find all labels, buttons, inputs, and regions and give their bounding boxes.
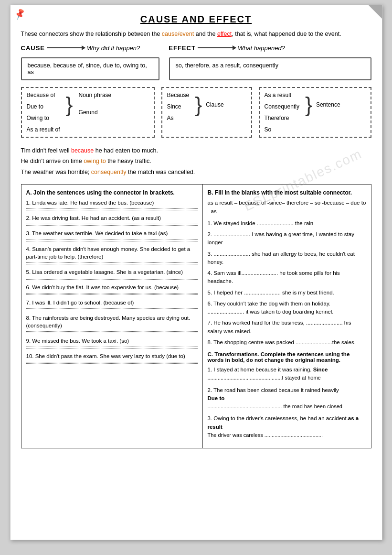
clause-label: Clause — [206, 101, 223, 108]
cause-word-1: Because of — [27, 92, 60, 98]
fill-item-7: 7. He has worked hard for the business, … — [208, 319, 366, 336]
section-a-item-3: 3. The weather was terrible. We decided … — [26, 229, 198, 241]
because-word-2: Since — [167, 103, 190, 110]
section-a-item-8: 8. The rainforests are being destroyed. … — [26, 314, 198, 333]
example-2: He didn't arrive on time owing to the he… — [21, 156, 371, 167]
section-a-item-6: 6. We didn't buy the flat. It was too ex… — [26, 283, 198, 295]
section-a-item-7: 7. I was ill. I didn't go to school. (be… — [26, 299, 198, 310]
effect-connectors-box: so, therefore, as a result, consequently — [169, 57, 371, 80]
example-3-highlight: consequently — [91, 169, 127, 175]
section-a-item-1: 1. Linda was late. He had missed the bus… — [26, 199, 198, 210]
noun-phrase-label: Noun phrase — [79, 92, 112, 98]
section-a-item-10: 10. She didn't pass the exam. She was ve… — [26, 352, 198, 364]
because-word-3: As — [167, 115, 190, 121]
intro-text3: , that is, what happened due to the even… — [232, 31, 341, 37]
fill-item-1: 1. We stayed inside ....................… — [208, 219, 366, 228]
connectors-section: because, because of, since, due to, owin… — [21, 57, 371, 80]
cause-label: CAUSE — [21, 44, 45, 52]
effect-word-1: As a result — [265, 92, 299, 98]
intro-effect: effect — [217, 31, 232, 37]
cause-word-2: Due to — [27, 103, 60, 110]
effect-word-4: So — [265, 126, 299, 133]
transform-item-3: 3. Owing to the driver's carelessness, h… — [208, 414, 366, 439]
cause-brace: } — [66, 94, 73, 115]
cause-word-3: Owing to — [27, 115, 60, 121]
corner-fold — [369, 5, 382, 19]
transform-dots-1: ........................................… — [208, 375, 321, 381]
effect-word-3: Therefore — [265, 115, 299, 121]
effect-arrow — [198, 47, 236, 48]
section-a-item-9: 9. We missed the bus. We took a taxi. (s… — [26, 337, 198, 348]
because-words-list: Because Since As — [167, 92, 190, 121]
intro-text: These connectors show the relationship b… — [21, 30, 371, 39]
page-title: CAUSE AND EFFECT — [21, 14, 371, 25]
fill-item-8: 8. The shopping centre was packed ......… — [208, 338, 366, 347]
dashed-section: Because of Due to Owing to As a result o… — [21, 87, 371, 138]
exercises-row: A. Join the sentences using the connecto… — [21, 184, 371, 448]
section-a-item-2: 2. He was driving fast. He had an accide… — [26, 214, 198, 226]
cause-question: Why did it happen? — [87, 44, 140, 52]
effect-words-list: As a result Consequently Therefore So — [265, 92, 299, 133]
sentence-label: Sentence — [316, 101, 340, 108]
example-2-highlight: owing to — [84, 158, 106, 164]
fill-options: as a result – because of -since– therefo… — [208, 199, 366, 216]
section-a-item-5: 5. Lisa ordered a vegetable lasagne. She… — [26, 268, 198, 280]
cause-word-4: As a result of — [27, 126, 60, 133]
cause-grammar-labels: Noun phrase Gerund — [79, 92, 112, 116]
examples-section: Tim didn't feel well because he had eate… — [21, 145, 371, 178]
because-words-box: Because Since As } Clause — [161, 87, 252, 138]
effect-words-box: As a result Consequently Therefore So } … — [259, 87, 371, 138]
fill-item-5: 5. I helped her ........................… — [208, 289, 366, 297]
fill-item-4: 4. Sam was ill........................ h… — [208, 269, 366, 286]
section-b-title: B. Fill in the blanks with the most suit… — [208, 189, 366, 196]
cause-connectors-box: because, because of, since, due to, owin… — [21, 57, 159, 80]
section-bc: B. Fill in the blanks with the most suit… — [203, 185, 371, 448]
cause-arrow — [47, 47, 85, 48]
item-num: 1. — [26, 200, 31, 206]
connector-since: Since — [313, 367, 328, 372]
section-a-item-4: 4. Susan's parents didn't have enough mo… — [26, 245, 198, 264]
intro-cause: cause/event — [162, 31, 194, 37]
because-brace: } — [195, 94, 202, 115]
effect-question: What happened? — [238, 44, 285, 52]
effect-label: EFFECT — [169, 44, 196, 52]
fill-item-2: 2. ........................ I was having… — [208, 230, 366, 247]
transform-dots-3: The driver was careless ................… — [208, 432, 323, 438]
because-word-1: Because — [167, 92, 190, 98]
cause-connectors: because, because of, since, due to, owin… — [28, 62, 147, 76]
fill-item-3: 3. ........................ she had an a… — [208, 250, 366, 267]
cause-words-list: Because of Due to Owing to As a result o… — [27, 92, 60, 133]
cause-effect-row: CAUSE Why did it happen? EFFECT What hap… — [21, 44, 371, 52]
intro-text1: These connectors show the relationship b… — [21, 31, 162, 37]
intro-text2: and the — [194, 31, 217, 37]
fill-item-6: 6. They couldn't take the dog with them … — [208, 300, 366, 316]
effect-connectors: so, therefore, as a result, consequently — [176, 62, 278, 69]
transform-dots-2: ........................................… — [208, 403, 342, 409]
section-a-title: A. Join the sentences using the connecto… — [26, 189, 198, 196]
transform-item-1: 1. I stayed at home because it was raini… — [208, 366, 366, 382]
gerund-label: Gerund — [79, 109, 112, 116]
example-1-highlight: because — [71, 147, 94, 154]
example-1: Tim didn't feel well because he had eate… — [21, 145, 371, 156]
example-3: The weather was horrible; consequently t… — [21, 167, 371, 178]
effect-word-2: Consequently — [265, 103, 299, 110]
cause-words-box: Because of Due to Owing to As a result o… — [21, 87, 155, 138]
transform-item-2: 2. The road has been closed because it r… — [208, 386, 366, 411]
section-a: A. Join the sentences using the connecto… — [21, 185, 203, 448]
effect-brace: } — [305, 94, 312, 115]
connector-dueto: Due to — [208, 395, 225, 401]
connector-asaresult: as a result — [208, 415, 359, 429]
section-c-title: C. Transformations. Complete the sentenc… — [208, 351, 366, 363]
